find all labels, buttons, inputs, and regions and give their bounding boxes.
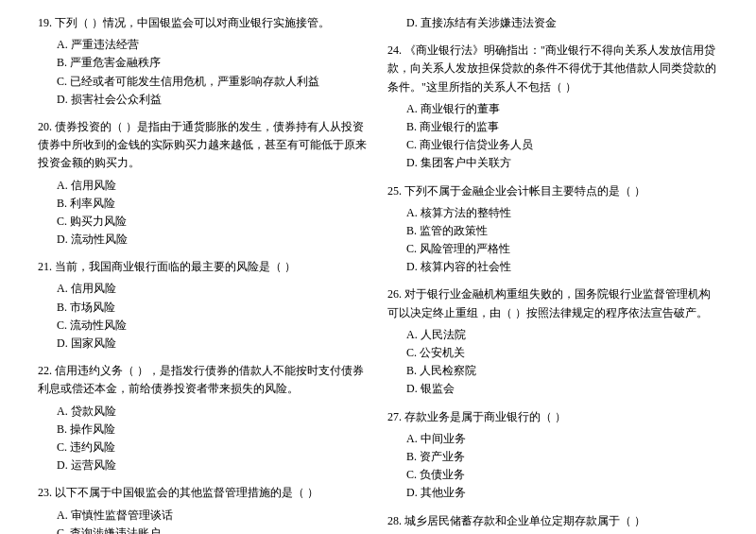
question-26: 26. 对于银行业金融机构重组失败的，国务院银行业监督管理机构可以决定终止重组，…	[387, 285, 718, 398]
q20-opt-a: A. 信用风险	[57, 177, 369, 195]
q25-opt-b: B. 监管的政策性	[406, 222, 718, 240]
q21-opt-a: A. 信用风险	[57, 280, 369, 298]
q19-opt-d: D. 损害社会公众利益	[57, 91, 369, 109]
question-21: 21. 当前，我国商业银行面临的最主要的风险是（ ） A. 信用风险 B. 市场…	[38, 258, 369, 353]
q22-opt-c: C. 违约风险	[57, 439, 369, 456]
question-24-text: 24. 《商业银行法》明确指出："商业银行不得向关系人发放信用贷款，向关系人发放…	[387, 42, 718, 96]
q22-opt-b: B. 操作风险	[57, 421, 369, 439]
q19-opt-c: C. 已经或者可能发生信用危机，严重影响存款人利益	[57, 73, 369, 91]
question-21-text: 21. 当前，我国商业银行面临的最主要的风险是（ ）	[38, 258, 369, 276]
question-25: 25. 下列不属于金融企业会计帐目主要特点的是（ ） A. 核算方法的整特性 B…	[387, 182, 718, 277]
q22-opt-a: A. 贷款风险	[57, 403, 369, 421]
q23-opt-d: D. 直接冻结有关涉嫌违法资金	[406, 14, 718, 32]
q24-opt-a: A. 商业银行的董事	[406, 100, 718, 118]
q23-opt-c: C. 查询涉嫌违法账户	[57, 525, 369, 534]
question-19-text: 19. 下列（ ）情况，中国银监会可以对商业银行实施接管。	[38, 14, 369, 32]
q25-opt-c: C. 风险管理的严格性	[406, 240, 718, 258]
page-content: 19. 下列（ ）情况，中国银监会可以对商业银行实施接管。 A. 严重违法经营 …	[38, 14, 718, 534]
q22-opt-d: D. 运营风险	[57, 456, 369, 474]
q27-opt-a: A. 中间业务	[406, 430, 718, 448]
q23-opt-a: A. 审慎性监督管理谈话	[57, 507, 369, 525]
left-column: 19. 下列（ ）情况，中国银监会可以对商业银行实施接管。 A. 严重违法经营 …	[38, 14, 369, 534]
q24-opt-d: D. 集团客户中关联方	[406, 154, 718, 172]
q27-opt-b: B. 资产业务	[406, 448, 718, 466]
q21-opt-d: D. 国家风险	[57, 335, 369, 353]
question-28: 28. 城乡居民储蓄存款和企业单位定期存款属于（ ） A. M0 B. M1	[387, 512, 718, 535]
q21-opt-c: C. 流动性风险	[57, 317, 369, 335]
question-26-text: 26. 对于银行业金融机构重组失败的，国务院银行业监督管理机构可以决定终止重组，…	[387, 285, 718, 321]
question-20: 20. 债券投资的（ ）是指由于通货膨胀的发生，债券持有人从投资债券中所收到的金…	[38, 118, 369, 249]
question-23-text: 23. 以下不属于中国银监会的其他监督管理措施的是（ ）	[38, 484, 369, 502]
question-23d: D. 直接冻结有关涉嫌违法资金	[387, 14, 718, 32]
q20-opt-c: C. 购买力风险	[57, 213, 369, 231]
question-22-text: 22. 信用违约义务（ ），是指发行债券的借款人不能按时支付债券利息或偿还本金，…	[38, 362, 369, 398]
question-27-text: 27. 存款业务是属于商业银行的（ ）	[387, 408, 718, 426]
q24-opt-b: B. 商业银行的监事	[406, 118, 718, 136]
q26-opt-d: D. 银监会	[406, 380, 718, 398]
question-23: 23. 以下不属于中国银监会的其他监督管理措施的是（ ） A. 审慎性监督管理谈…	[38, 484, 369, 534]
question-24: 24. 《商业银行法》明确指出："商业银行不得向关系人发放信用贷款，向关系人发放…	[387, 42, 718, 172]
q26-opt-b: B. 人民检察院	[406, 362, 718, 380]
q25-opt-d: D. 核算内容的社会性	[406, 258, 718, 276]
question-22: 22. 信用违约义务（ ），是指发行债券的借款人不能按时支付债券利息或偿还本金，…	[38, 362, 369, 474]
q20-opt-d: D. 流动性风险	[57, 231, 369, 249]
right-column: D. 直接冻结有关涉嫌违法资金 24. 《商业银行法》明确指出："商业银行不得向…	[387, 14, 718, 534]
question-25-text: 25. 下列不属于金融企业会计帐目主要特点的是（ ）	[387, 182, 718, 200]
question-19: 19. 下列（ ）情况，中国银监会可以对商业银行实施接管。 A. 严重违法经营 …	[38, 14, 369, 109]
q26-opt-a: A. 人民法院	[406, 326, 718, 344]
question-27: 27. 存款业务是属于商业银行的（ ） A. 中间业务 B. 资产业务 C. 负…	[387, 408, 718, 503]
q21-opt-b: B. 市场风险	[57, 299, 369, 317]
q19-opt-a: A. 严重违法经营	[57, 36, 369, 54]
question-20-text: 20. 债券投资的（ ）是指由于通货膨胀的发生，债券持有人从投资债券中所收到的金…	[38, 118, 369, 173]
q19-opt-b: B. 严重危害金融秩序	[57, 54, 369, 72]
question-28-text: 28. 城乡居民储蓄存款和企业单位定期存款属于（ ）	[387, 512, 718, 530]
q20-opt-b: B. 利率风险	[57, 195, 369, 213]
q25-opt-a: A. 核算方法的整特性	[406, 204, 718, 222]
q27-opt-d: D. 其他业务	[406, 484, 718, 502]
q24-opt-c: C. 商业银行信贷业务人员	[406, 136, 718, 154]
q27-opt-c: C. 负债业务	[406, 466, 718, 484]
q26-opt-c: C. 公安机关	[406, 344, 718, 362]
